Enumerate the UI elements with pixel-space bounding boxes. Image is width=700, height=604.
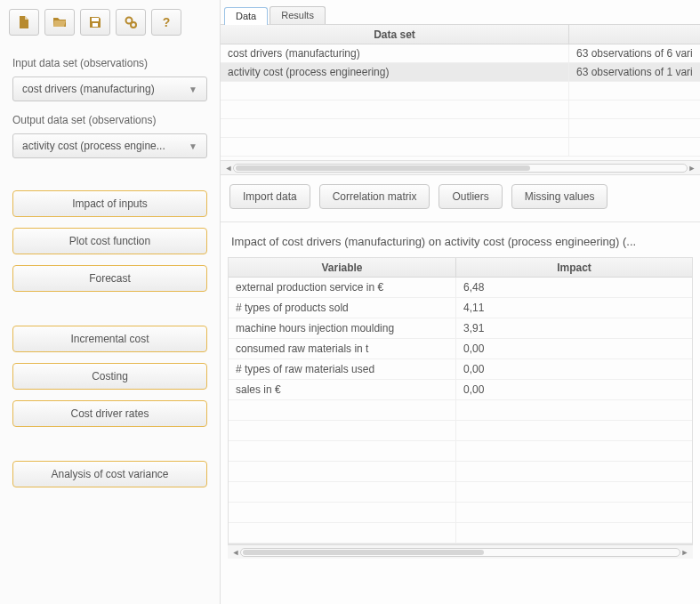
impact-variable [229, 503, 456, 522]
impact-variable: external production service in € [229, 278, 456, 297]
impact-value [456, 503, 692, 522]
datasets-hscroll[interactable]: ◄ ► [221, 160, 700, 174]
impact-row: external production service in €6,48 [229, 278, 692, 298]
impact-value [456, 441, 692, 461]
dataset-row[interactable] [221, 82, 700, 101]
dataset-name [221, 138, 569, 156]
impact-of-inputs-button[interactable]: Impact of inputs [12, 190, 207, 217]
impact-row [229, 462, 692, 482]
svg-point-3 [131, 22, 136, 28]
save-button[interactable] [80, 9, 110, 36]
impact-variable [229, 462, 456, 481]
dataset-row[interactable]: cost drivers (manufacturing)63 observati… [221, 44, 700, 63]
missing-values-button[interactable]: Missing values [511, 184, 608, 209]
impact-row: # types of products sold4,11 [229, 298, 692, 318]
forecast-button[interactable]: Forecast [12, 265, 207, 292]
main-toolbar: ? [7, 5, 213, 44]
input-dataset-label: Input data set (observations) [12, 57, 207, 69]
impact-row: sales in €0,00 [229, 380, 692, 400]
outliers-button[interactable]: Outliers [439, 184, 502, 209]
svg-rect-0 [92, 18, 99, 21]
dataset-name: activity cost (process engineering) [221, 63, 569, 81]
impact-value [456, 523, 692, 543]
gears-icon [124, 15, 138, 29]
impact-value [456, 462, 692, 481]
impact-value: 0,00 [456, 339, 692, 358]
impact-variable: sales in € [229, 380, 456, 399]
dataset-info [569, 138, 700, 156]
plot-cost-function-button[interactable]: Plot cost function [12, 228, 207, 254]
new-file-icon [17, 15, 31, 29]
impact-row: consumed raw materials in t0,00 [229, 339, 692, 359]
scroll-right-icon[interactable]: ► [688, 164, 696, 173]
data-action-bar: Import data Correlation matrix Outliers … [221, 175, 700, 222]
impact-variable [229, 441, 456, 461]
tab-results[interactable]: Results [270, 6, 326, 24]
impact-variable: # types of raw materials used [229, 359, 456, 379]
impact-row [229, 441, 692, 462]
impact-row [229, 523, 692, 544]
dataset-info [569, 119, 700, 137]
correlation-matrix-button[interactable]: Correlation matrix [319, 184, 430, 209]
costing-button[interactable]: Costing [12, 363, 207, 390]
open-folder-icon [52, 15, 67, 29]
open-button[interactable] [44, 9, 75, 36]
dataset-info: 63 observations of 1 vari [569, 63, 700, 81]
scroll-left-icon[interactable]: ◄ [224, 164, 233, 173]
impact-row [229, 503, 692, 523]
import-data-button[interactable]: Import data [229, 184, 310, 209]
dataset-name [221, 101, 569, 118]
dataset-name: cost drivers (manufacturing) [221, 44, 569, 62]
impact-value: 4,11 [456, 298, 692, 318]
impact-value: 0,00 [456, 359, 692, 379]
input-dataset-value: cost drivers (manufacturing) [22, 83, 155, 95]
impact-col-variable: Variable [229, 258, 456, 277]
dataset-row[interactable] [221, 101, 700, 119]
sidebar: ? Input data set (observations) cost dri… [0, 0, 221, 604]
dataset-info: 63 observations of 6 vari [569, 44, 700, 62]
dataset-row[interactable] [221, 138, 700, 157]
datasets-header-name: Data set [221, 25, 569, 44]
main-panel: Data Results Data set cost drivers (manu… [221, 0, 700, 604]
datasets-table: Data set cost drivers (manufacturing)63 … [221, 25, 700, 175]
dataset-info [569, 101, 700, 118]
datasets-header-info [569, 25, 700, 44]
impact-row [229, 400, 692, 421]
output-dataset-select[interactable]: activity cost (process engine... ▼ [12, 133, 207, 158]
impact-variable [229, 421, 456, 440]
svg-rect-1 [93, 23, 98, 27]
analysis-of-cost-variance-button[interactable]: Analysis of cost variance [12, 461, 207, 487]
chevron-down-icon: ▼ [189, 141, 197, 151]
impact-row: # types of raw materials used0,00 [229, 359, 692, 380]
chevron-down-icon: ▼ [189, 85, 197, 94]
impact-value: 6,48 [456, 278, 692, 297]
dataset-name [221, 119, 569, 137]
cost-driver-rates-button[interactable]: Cost driver rates [12, 400, 207, 427]
save-disk-icon [88, 15, 102, 29]
help-button[interactable]: ? [151, 9, 181, 36]
input-dataset-select[interactable]: cost drivers (manufacturing) ▼ [12, 77, 207, 101]
impact-hscroll[interactable]: ◄ ► [228, 544, 693, 559]
settings-button[interactable] [116, 9, 146, 36]
incremental-cost-button[interactable]: Incremental cost [12, 326, 207, 352]
output-dataset-label: Output data set (observations) [12, 114, 207, 126]
scroll-left-icon[interactable]: ◄ [231, 548, 240, 557]
dataset-row[interactable]: activity cost (process engineering)63 ob… [221, 63, 700, 82]
dataset-row[interactable] [221, 119, 700, 138]
impact-variable: # types of products sold [229, 298, 456, 318]
tab-data[interactable]: Data [224, 7, 268, 25]
new-file-button[interactable] [9, 9, 39, 36]
impact-value [456, 400, 692, 420]
scroll-right-icon[interactable]: ► [680, 548, 689, 557]
impact-variable: consumed raw materials in t [229, 339, 456, 358]
output-dataset-value: activity cost (process engine... [22, 140, 165, 152]
impact-row [229, 421, 692, 441]
impact-table: Variable Impact external production serv… [228, 257, 693, 544]
impact-variable [229, 523, 456, 543]
tab-bar: Data Results [221, 4, 700, 25]
impact-value: 0,00 [456, 380, 692, 399]
impact-row: machine hours injection moulding3,91 [229, 318, 692, 339]
impact-value: 3,91 [456, 318, 692, 338]
impact-col-impact: Impact [456, 258, 692, 277]
impact-variable [229, 400, 456, 420]
